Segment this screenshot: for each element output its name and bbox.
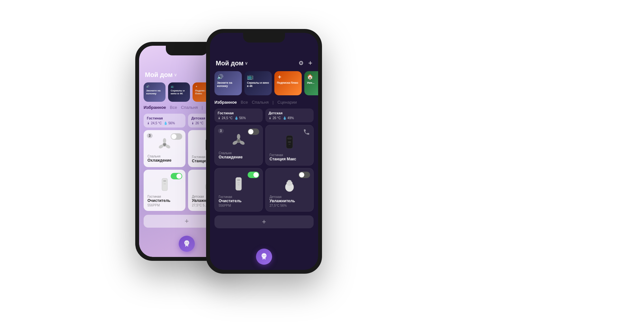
purifier-svg-light: [161, 178, 169, 192]
device-humidifier-dark[interactable]: Детская Увлажнитель 27,5°C 56%: [265, 168, 314, 212]
tab-bedroom-light[interactable]: Спальня: [181, 105, 198, 110]
purifier-svg-dark: [235, 177, 242, 192]
svg-rect-26: [237, 179, 240, 181]
tab-all-dark[interactable]: Все: [241, 100, 248, 105]
station-svg-dark: [285, 135, 294, 150]
svg-point-15: [187, 242, 188, 243]
alice-button-dark[interactable]: [256, 249, 272, 265]
svg-rect-9: [163, 180, 166, 182]
device-purifier-dark[interactable]: Гостиная Очиститель 556PPM: [214, 168, 263, 212]
promo-card-2-dark[interactable]: 📺 Сериалы и кино в 4К: [244, 71, 272, 95]
device-purifier-light[interactable]: Гостиная Очиститель 556PPM: [144, 170, 185, 211]
promo-card-1-light[interactable]: 🔊 Звоните на колонку: [144, 82, 166, 102]
promo-card-4-dark[interactable]: 🏠 Умн...: [304, 71, 318, 95]
room-living-light: Гостиная 🌡 24,5 °C 💧 56%: [144, 114, 185, 128]
devices-grid-dark: 3: [210, 125, 318, 214]
svg-rect-27: [237, 183, 240, 183]
svg-point-33: [265, 255, 265, 256]
add-button-dark[interactable]: +: [214, 215, 314, 228]
svg-rect-8: [162, 178, 167, 191]
promo-row-dark: 🔊 Звоните на колонку 📺 Сериалы и кино в …: [210, 69, 318, 97]
humidifier-svg-dark: [284, 177, 295, 192]
rooms-row-dark: Гостиная 🌡 24,5 °C 💧 56% Детская 🌡 26 °C…: [210, 107, 318, 125]
svg-point-14: [185, 242, 186, 243]
device-fan-light[interactable]: 3: [144, 130, 185, 167]
svg-rect-24: [289, 144, 290, 145]
svg-rect-23: [288, 141, 291, 143]
toggle-humidifier-dark[interactable]: [298, 172, 310, 178]
svg-rect-10: [164, 184, 166, 184]
promo-card-1-dark[interactable]: 🔊 Звоните на колонку: [214, 71, 242, 95]
fan-svg-light: [158, 138, 171, 151]
svg-rect-28: [238, 185, 240, 185]
svg-point-1: [163, 138, 166, 143]
tab-scenarios-dark[interactable]: Сценарии: [278, 100, 297, 105]
header-title-light: Мой дом ∨: [145, 71, 177, 79]
device-fan-dark[interactable]: 3: [214, 125, 263, 166]
alice-icon-light: [183, 240, 191, 248]
notch-dark: [243, 33, 285, 43]
promo-card-3-dark[interactable]: ＋ Подписка Плюс: [274, 71, 302, 95]
notch-light: [166, 46, 208, 55]
svg-point-32: [263, 255, 263, 256]
scene: Мой дом ∨ ⚙ 🔊 Звоните на колонку: [0, 0, 644, 322]
svg-rect-22: [287, 137, 292, 139]
device-station-dark[interactable]: Гостиная Станция Макс: [265, 125, 314, 166]
tab-favorites-dark[interactable]: Избранное: [214, 100, 237, 105]
svg-point-4: [163, 143, 166, 146]
svg-point-20: [237, 139, 240, 142]
toggle-fan-dark[interactable]: [248, 128, 259, 135]
toggle-purifier-light[interactable]: [171, 173, 182, 179]
tabs-dark: Избранное Все Спальня | Сценарии: [210, 97, 318, 107]
svg-point-31: [288, 180, 291, 183]
toggle-fan-light[interactable]: [171, 133, 182, 140]
svg-point-17: [237, 134, 241, 139]
toggle-purifier-dark[interactable]: [248, 172, 259, 178]
tab-all-light[interactable]: Все: [170, 105, 177, 110]
settings-icon-dark[interactable]: ⚙: [298, 60, 304, 67]
alice-icon-dark: [260, 252, 268, 261]
tab-bedroom-dark[interactable]: Спальня: [252, 100, 269, 105]
phone-dark: Мой дом ∨ ⚙ + 🔊 Звоните на колонку: [206, 29, 322, 274]
promo-card-2-light[interactable]: 📺 Сериалы и кино в 4K: [168, 82, 190, 102]
call-icon-dark: [303, 128, 310, 137]
room-living-dark: Гостиная 🌡 24,5 °C 💧 56%: [214, 109, 263, 122]
tab-favorites-light[interactable]: Избранное: [144, 105, 166, 110]
add-icon-dark[interactable]: +: [308, 59, 312, 67]
header-title-dark: Мой дом ∨: [216, 60, 248, 67]
alice-button-light[interactable]: [179, 236, 195, 252]
fan-svg-dark: [232, 134, 245, 147]
room-child-dark: Детская 🌡 26 °C 💧 49%: [265, 109, 314, 122]
